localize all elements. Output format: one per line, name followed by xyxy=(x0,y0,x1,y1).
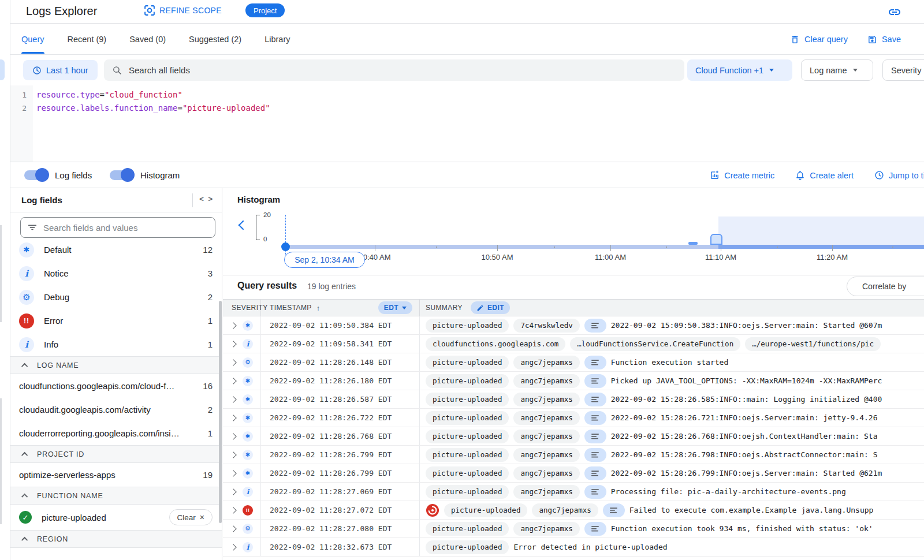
expand-summary-icon[interactable] xyxy=(584,411,606,425)
log-entry-row[interactable]: 2022-09-02 11:28:27.072 EDT picture-uplo… xyxy=(223,501,924,520)
log-chip[interactable]: picture-uploaded xyxy=(426,356,509,369)
expand-row-icon[interactable] xyxy=(230,396,236,402)
create-metric-button[interactable]: Create metric xyxy=(710,170,774,180)
expand-row-icon[interactable] xyxy=(230,378,236,384)
fields-search-box[interactable] xyxy=(20,217,215,238)
log-chip[interactable]: angc7jepamxs xyxy=(513,466,579,480)
tab[interactable]: Saved (0) xyxy=(129,24,166,55)
log-chip[interactable]: angc7jepamxs xyxy=(513,411,579,425)
log-chip[interactable]: picture-uploaded xyxy=(426,319,509,333)
expand-row-icon[interactable] xyxy=(230,488,236,495)
time-range-chip[interactable]: Last 1 hour xyxy=(23,60,98,80)
project-scope-badge[interactable]: Project xyxy=(245,3,285,17)
function-name-item[interactable]: ✓ picture-uploaded Clear × xyxy=(10,505,222,530)
expand-summary-icon[interactable] xyxy=(584,356,606,369)
expand-row-icon[interactable] xyxy=(230,544,236,550)
scroll-left-icon[interactable] xyxy=(239,221,248,230)
expand-row-icon[interactable] xyxy=(230,359,236,365)
expand-row-icon[interactable] xyxy=(230,341,236,347)
histogram-toggle[interactable] xyxy=(110,170,133,180)
histogram-bar[interactable] xyxy=(710,234,722,245)
expand-row-icon[interactable] xyxy=(230,507,236,513)
query-editor[interactable]: 1 resource.type="cloud_function" 2 resou… xyxy=(10,85,924,162)
log-chip[interactable]: cloudfunctions.googleapis.com xyxy=(426,337,565,351)
log-chip[interactable]: picture-uploaded xyxy=(444,503,527,517)
expand-summary-icon[interactable] xyxy=(584,393,606,406)
histogram-bar[interactable] xyxy=(688,242,698,245)
sort-ascending-icon[interactable]: ↑ xyxy=(316,304,321,312)
share-link-icon[interactable] xyxy=(887,5,902,20)
log-chip[interactable]: picture-uploaded xyxy=(426,411,509,425)
log-fields-toggle[interactable] xyxy=(24,170,47,180)
jump-to-time-button[interactable]: Jump to time xyxy=(874,170,924,180)
severity-field-item[interactable]: Error 1 xyxy=(10,309,222,333)
search-input[interactable] xyxy=(129,65,676,75)
tab[interactable]: Suggested (2) xyxy=(189,24,241,55)
clear-query-button[interactable]: Clear query xyxy=(790,35,848,44)
log-entry-row[interactable]: 2022-09-02 11:28:26.148 EDT picture-uplo… xyxy=(223,353,924,372)
log-chip[interactable]: angc7jepamxs xyxy=(513,522,579,536)
expand-row-icon[interactable] xyxy=(230,322,236,328)
edit-summary-chip[interactable]: EDIT xyxy=(471,301,510,314)
log-entry-row[interactable]: 2022-09-02 11:09:50.384 EDT picture-uplo… xyxy=(223,316,924,335)
expand-summary-icon[interactable] xyxy=(584,448,606,462)
severity-column-header[interactable]: SEVERITY xyxy=(223,300,261,316)
timezone-chip[interactable]: EDT xyxy=(378,301,412,314)
tab[interactable]: Library xyxy=(264,24,290,55)
log-entry-row[interactable]: 2022-09-02 11:28:26.799 EDT picture-uplo… xyxy=(223,446,924,464)
severity-field-item[interactable]: Default 12 xyxy=(10,238,222,262)
log-entry-row[interactable]: 2022-09-02 11:28:27.069 EDT picture-uplo… xyxy=(223,483,924,501)
log-entry-row[interactable]: 2022-09-02 11:09:58.341 EDT cloudfunctio… xyxy=(223,335,924,353)
log-chip[interactable]: …loudFunctionsService.CreateFunction xyxy=(570,337,740,351)
log-entry-row[interactable]: 2022-09-02 11:28:26.799 EDT picture-uplo… xyxy=(223,464,924,483)
expand-summary-icon[interactable] xyxy=(584,522,606,536)
expand-summary-icon[interactable] xyxy=(584,430,606,443)
log-entry-row[interactable]: 2022-09-02 11:28:32.673 EDT picture-uplo… xyxy=(223,538,924,557)
log-name-item[interactable]: cloudfunctions.googleapis.com/cloud-f… 1… xyxy=(10,374,222,398)
log-chip[interactable]: picture-uploaded xyxy=(426,430,509,443)
resource-filter-chip[interactable]: Cloud Function +1 xyxy=(687,59,792,81)
log-chip[interactable]: picture-uploaded xyxy=(426,466,509,480)
log-chip[interactable]: angc7jepamxs xyxy=(513,374,579,388)
expand-summary-icon[interactable] xyxy=(603,503,625,517)
section-log-name[interactable]: LOG NAME xyxy=(10,356,222,374)
expand-row-icon[interactable] xyxy=(230,451,236,458)
create-alert-button[interactable]: Create alert xyxy=(795,170,854,180)
log-name-filter-chip[interactable]: Log name xyxy=(801,59,873,81)
error-reporting-icon[interactable] xyxy=(426,503,439,517)
log-chip[interactable]: picture-uploaded xyxy=(426,393,509,406)
histogram-selected-time[interactable]: Sep 2, 10:34 AM xyxy=(284,252,365,268)
log-chip[interactable]: …/europe-west1/functions/pic xyxy=(745,337,881,351)
expand-summary-icon[interactable] xyxy=(584,485,606,499)
correlate-by-button[interactable]: Correlate by xyxy=(847,277,924,296)
log-entry-row[interactable]: 2022-09-02 11:28:27.080 EDT picture-uplo… xyxy=(223,520,924,538)
log-chip[interactable]: picture-uploaded xyxy=(426,522,509,536)
fields-search-input[interactable] xyxy=(43,223,208,233)
log-chip[interactable]: 7c4rwskwledv xyxy=(513,319,579,333)
log-entry-row[interactable]: 2022-09-02 11:28:26.180 EDT picture-uplo… xyxy=(223,372,924,390)
time-scrubber-handle[interactable] xyxy=(281,242,290,251)
section-function-name[interactable]: FUNCTION NAME xyxy=(10,487,222,505)
severity-field-item[interactable]: Info 1 xyxy=(10,333,222,356)
log-name-item[interactable]: cloudaudit.googleapis.com/activity 2 xyxy=(10,398,222,421)
refine-scope-button[interactable]: REFINE SCOPE xyxy=(144,5,222,16)
log-chip[interactable]: angc7jepamxs xyxy=(513,448,579,462)
log-chip[interactable]: picture-uploaded xyxy=(426,374,509,388)
log-entry-row[interactable]: 2022-09-02 11:28:26.722 EDT picture-uplo… xyxy=(223,409,924,427)
timestamp-column-header[interactable]: TIMESTAMP ↑ EDT xyxy=(261,300,420,316)
log-chip[interactable]: angc7jepamxs xyxy=(532,503,598,517)
log-chip[interactable]: picture-uploaded xyxy=(426,540,509,554)
expand-row-icon[interactable] xyxy=(230,415,236,421)
expand-row-icon[interactable] xyxy=(230,433,236,439)
log-chip[interactable]: angc7jepamxs xyxy=(513,430,579,443)
clear-filter-button[interactable]: Clear × xyxy=(169,509,213,525)
tab[interactable]: Query xyxy=(21,24,44,55)
expand-summary-icon[interactable] xyxy=(584,374,606,388)
log-chip[interactable]: angc7jepamxs xyxy=(513,485,579,499)
expand-summary-icon[interactable] xyxy=(584,466,606,480)
section-region[interactable]: REGION xyxy=(10,530,222,548)
log-chip[interactable]: picture-uploaded xyxy=(426,448,509,462)
severity-field-item[interactable]: Notice 3 xyxy=(10,262,222,285)
project-id-item[interactable]: optimize-serverless-apps 19 xyxy=(10,463,222,487)
section-project-id[interactable]: PROJECT ID xyxy=(10,445,222,463)
